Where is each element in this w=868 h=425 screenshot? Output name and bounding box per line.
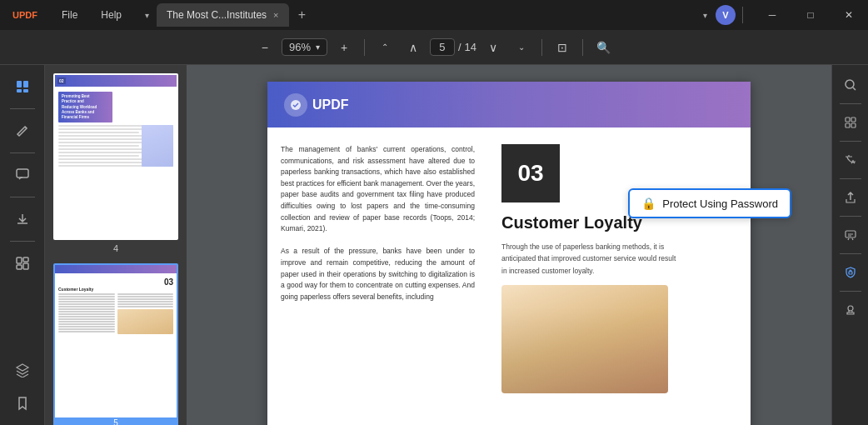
- page-down-button[interactable]: ∨: [481, 36, 505, 59]
- svg-rect-5: [17, 258, 22, 263]
- pdf-logo-icon: [284, 93, 307, 117]
- thumb-page-5[interactable]: 03 Customer Loyalty: [53, 263, 178, 425]
- sidebar-separator-4: [10, 241, 35, 242]
- svg-rect-4: [17, 169, 28, 178]
- thumb5-image: [117, 309, 174, 334]
- zoom-in-button[interactable]: +: [332, 36, 356, 59]
- pdf-body-text-1: The management of banks' current operati…: [281, 144, 475, 235]
- thumb5-body: 03 Customer Loyalty: [55, 276, 177, 336]
- pdf-right-column: 03 Customer Loyalty Through the use of p…: [488, 128, 696, 425]
- sidebar-icon-export[interactable]: [7, 204, 37, 234]
- page-bottom-button[interactable]: ⌄: [510, 36, 533, 59]
- page-control: / 14: [430, 38, 476, 56]
- thumb5-section-title: Customer Loyalty: [58, 287, 173, 292]
- thumb5-columns: [58, 293, 173, 334]
- zoom-level: 96%: [289, 41, 311, 53]
- menu-help[interactable]: Help: [89, 0, 133, 30]
- right-share-icon[interactable]: [837, 184, 864, 211]
- pdf-area: 🔒 Protect Using Password UPDF: [187, 65, 831, 425]
- app-logo-text: UPDF: [12, 10, 37, 20]
- pdf-header: UPDF: [267, 82, 751, 128]
- sidebar-icon-layers[interactable]: [7, 355, 37, 385]
- title-bar: UPDF File Help ▾ The Most C...Institutes…: [0, 0, 868, 30]
- tab-bar: ▾ The Most C...Institutes × +: [137, 0, 698, 30]
- svg-rect-6: [23, 263, 28, 269]
- sidebar-icon-comment[interactable]: [7, 160, 37, 190]
- sidebar-separator-1: [10, 108, 35, 109]
- page-separator: /: [458, 41, 461, 53]
- fit-page-button[interactable]: ⊡: [551, 36, 574, 59]
- svg-rect-3: [23, 89, 28, 92]
- title-bar-right: ▾ V: [698, 5, 746, 25]
- thumb5-col-right: [117, 293, 174, 334]
- tab-close-button[interactable]: ×: [273, 10, 278, 20]
- page-top-button[interactable]: ⌃: [373, 36, 397, 59]
- maximize-button[interactable]: □: [791, 0, 830, 30]
- tab-title: The Most C...Institutes: [167, 9, 267, 21]
- chapter-description: Through the use of paperless banking met…: [501, 241, 683, 277]
- right-toolbar: [831, 65, 868, 425]
- active-tab[interactable]: The Most C...Institutes ×: [157, 3, 288, 27]
- svg-rect-14: [851, 123, 856, 128]
- svg-rect-2: [17, 89, 22, 92]
- svg-rect-8: [23, 258, 28, 262]
- main-area: 02 Promoting BestPractice andReducing Wo…: [0, 65, 868, 425]
- minimize-button[interactable]: ─: [753, 0, 791, 30]
- thumb5-chapter-num: 03: [58, 278, 173, 287]
- thumb5-header-band: [55, 265, 177, 273]
- thumbnail-page-4[interactable]: 02 Promoting BestPractice andReducing Wo…: [52, 73, 180, 253]
- separator: [742, 7, 743, 23]
- thumbnail-page-5[interactable]: 03 Customer Loyalty: [52, 263, 180, 425]
- zoom-out-button[interactable]: −: [253, 36, 277, 59]
- app-logo: UPDF: [0, 0, 50, 30]
- total-pages: 14: [465, 41, 476, 53]
- thumb-page-4-number: 4: [113, 243, 118, 253]
- search-button[interactable]: 🔍: [591, 36, 615, 59]
- right-translate-icon[interactable]: [837, 147, 864, 173]
- right-protect-icon[interactable]: [837, 259, 864, 286]
- sidebar-icon-edit[interactable]: [7, 116, 37, 146]
- sidebar-icon-reader[interactable]: [7, 72, 37, 102]
- pdf-body-text-2: As a result of the pressure, banks have …: [281, 246, 475, 302]
- sidebar-bottom: [7, 355, 37, 418]
- zoom-control[interactable]: 96% ▾: [282, 38, 327, 56]
- page-up-button[interactable]: ∧: [402, 36, 425, 59]
- svg-rect-16: [849, 272, 852, 274]
- svg-rect-12: [851, 118, 856, 122]
- sidebar-icon-bookmark[interactable]: [7, 388, 37, 418]
- tab-dropdown-icon[interactable]: ▾: [137, 0, 157, 30]
- right-ai-icon[interactable]: [837, 222, 864, 248]
- avatar[interactable]: V: [716, 5, 736, 25]
- right-separator-2: [840, 141, 861, 142]
- thumbnail-panel: 02 Promoting BestPractice andReducing Wo…: [45, 65, 187, 425]
- protect-password-button[interactable]: 🔒 Protect Using Password: [628, 188, 791, 218]
- menu-file[interactable]: File: [50, 0, 89, 30]
- new-tab-button[interactable]: +: [292, 5, 312, 25]
- thumb4-image: [142, 125, 173, 167]
- right-search-icon[interactable]: [837, 72, 864, 98]
- right-separator-3: [840, 178, 861, 179]
- chevron-down-icon[interactable]: ▾: [698, 8, 712, 23]
- menu-items: File Help: [50, 0, 133, 30]
- close-button[interactable]: ✕: [830, 0, 868, 30]
- svg-rect-7: [17, 265, 22, 269]
- toolbar-separator-2: [541, 39, 542, 56]
- sidebar-separator-3: [10, 197, 35, 198]
- right-stamp-icon[interactable]: [837, 297, 864, 323]
- right-separator-5: [840, 253, 861, 254]
- zoom-dropdown-icon: ▾: [316, 42, 320, 52]
- window-controls: ─ □ ✕: [753, 0, 868, 30]
- pdf-logo: UPDF: [284, 93, 349, 117]
- toolbar: − 96% ▾ + ⌃ ∧ / 14 ∨ ⌄ ⊡ 🔍: [0, 30, 868, 65]
- thumb5-col-left: [58, 293, 115, 334]
- page-number-input[interactable]: [430, 38, 455, 56]
- thumb-active-badge: 5: [55, 418, 177, 425]
- svg-rect-1: [23, 81, 28, 88]
- customer-loyalty-image: [501, 285, 668, 393]
- thumb4-body: Promoting BestPractice andReducing Workl…: [55, 89, 177, 171]
- sidebar-icon-organize[interactable]: [7, 248, 37, 278]
- thumb-page-4[interactable]: 02 Promoting BestPractice andReducing Wo…: [53, 73, 178, 240]
- sidebar-separator-2: [10, 152, 35, 153]
- right-ocr-icon[interactable]: [837, 109, 864, 136]
- right-separator-4: [840, 216, 861, 217]
